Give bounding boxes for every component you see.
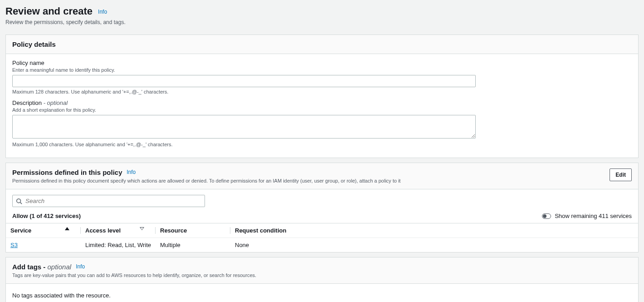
description-textarea[interactable] [12, 115, 476, 139]
page-title: Review and create Info [5, 5, 639, 17]
tags-empty: No tags associated with the resource. [12, 292, 632, 299]
policy-name-help: Enter a meaningful name to identify this… [12, 67, 476, 73]
policy-details-header: Policy details [6, 35, 638, 54]
service-link-s3[interactable]: S3 [10, 242, 18, 248]
tags-header: Add tags - optional Info Tags are key-va… [6, 257, 638, 284]
cell-condition: None [230, 238, 638, 252]
policy-details-panel: Policy details Policy name Enter a meani… [5, 35, 639, 158]
permissions-title: Permissions defined in this policy [12, 168, 122, 176]
search-wrap [12, 195, 205, 207]
show-remaining-row: Show remaining 411 services [542, 213, 632, 219]
allow-summary: Allow (1 of 412 services) [12, 213, 81, 219]
sort-icon [140, 227, 144, 230]
info-link-header[interactable]: Info [98, 9, 107, 15]
table-row: S3 Limited: Read, List, Write Multiple N… [6, 238, 638, 252]
permissions-header: Permissions defined in this policy Info … [6, 163, 638, 189]
allow-summary-row: Allow (1 of 412 services) Show remaining… [12, 213, 632, 219]
policy-name-field: Policy name Enter a meaningful name to i… [12, 59, 476, 94]
col-condition[interactable]: Request condition [230, 223, 638, 238]
description-label: Description - optional [12, 99, 476, 106]
policy-details-title: Policy details [12, 40, 56, 48]
tags-desc: Tags are key-value pairs that you can ad… [12, 272, 256, 278]
policy-name-label: Policy name [12, 59, 476, 66]
page-header: Review and create Info Review the permis… [5, 5, 639, 30]
policy-name-constraint: Maximum 128 characters. Use alphanumeric… [12, 89, 476, 94]
permissions-table-header-row: Service Access level Resource Request co… [6, 223, 638, 238]
col-service[interactable]: Service [6, 223, 81, 238]
search-icon [16, 198, 22, 204]
permissions-panel: Permissions defined in this policy Info … [5, 163, 639, 252]
permissions-header-left: Permissions defined in this policy Info … [12, 168, 400, 183]
page-description: Review the permissions, specify details,… [5, 19, 639, 25]
tags-header-left: Add tags - optional Info Tags are key-va… [12, 263, 256, 278]
policy-name-input[interactable] [12, 75, 476, 87]
tags-title: Add tags - optional [12, 263, 73, 271]
info-link-permissions[interactable]: Info [127, 169, 136, 175]
svg-point-0 [17, 198, 21, 203]
show-remaining-label: Show remaining 411 services [555, 213, 632, 219]
page-title-text: Review and create [5, 5, 93, 17]
search-input[interactable] [12, 195, 205, 207]
show-remaining-toggle[interactable] [542, 213, 551, 219]
description-field: Description - optional Add a short expla… [12, 99, 476, 147]
description-constraint: Maximum 1,000 characters. Use alphanumer… [12, 142, 476, 147]
cell-resource: Multiple [156, 238, 230, 252]
col-access[interactable]: Access level [81, 223, 156, 238]
info-link-tags[interactable]: Info [76, 263, 85, 270]
tags-body: No tags associated with the resource. Ad… [6, 284, 638, 302]
cell-access: Limited: Read, List, Write [81, 238, 156, 252]
description-help: Add a short explanation for this policy. [12, 107, 476, 113]
sort-asc-icon [65, 227, 69, 230]
permissions-body: Allow (1 of 412 services) Show remaining… [6, 189, 638, 219]
svg-line-1 [20, 202, 22, 204]
policy-details-body: Policy name Enter a meaningful name to i… [6, 54, 482, 158]
col-resource[interactable]: Resource [156, 223, 230, 238]
permissions-table: Service Access level Resource Request co… [6, 223, 638, 252]
tags-panel: Add tags - optional Info Tags are key-va… [5, 257, 639, 302]
edit-button[interactable]: Edit [610, 168, 632, 181]
permissions-desc: Permissions defined in this policy docum… [12, 178, 400, 183]
